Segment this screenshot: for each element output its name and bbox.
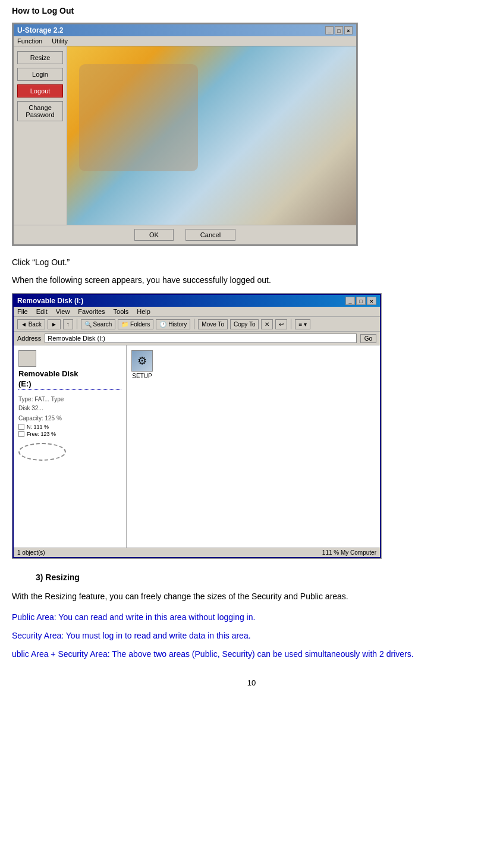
menu-help[interactable]: Help [137, 308, 150, 315]
menu-tools[interactable]: Tools [114, 308, 129, 315]
setup-label: SETUP [132, 373, 152, 379]
used-checkbox [18, 424, 24, 430]
undo-button[interactable]: ↩ [275, 319, 287, 329]
setup-icon-container: ⚙ SETUP [131, 350, 153, 379]
toolbar-separator-1 [77, 319, 77, 329]
maximize-icon[interactable]: □ [335, 26, 343, 34]
explorer-toolbar: ◄ Back ► ↑ 🔍 Search 📁 Folders 🕐 History … [14, 317, 380, 332]
folders-button[interactable]: 📁 Folders [118, 319, 153, 329]
free-label: Free: 123 % [27, 431, 56, 437]
disk-bar-container: N: 111 % Free: 123 % [18, 424, 121, 437]
explorer-body: Removable Disk(E:) Type: FAT... Type Dis… [14, 345, 380, 548]
status-left: 1 object(s) [17, 549, 45, 556]
minimize-icon[interactable]: _ [325, 26, 334, 34]
explorer-titlebar-buttons: _ □ × [345, 297, 376, 305]
ustorage-screenshot-container: U-Storage 2.2 _ □ × Function Utility [12, 23, 491, 248]
ustorage-titlebar: U-Storage 2.2 _ □ × [14, 24, 356, 36]
address-label: Address [17, 335, 41, 342]
explorer-left-panel: Removable Disk(E:) Type: FAT... Type Dis… [14, 345, 127, 548]
ustorage-sidebar: Resize Login Logout Change Password [14, 46, 67, 225]
menu-file[interactable]: File [17, 308, 28, 315]
instruction-screen-appears: When the following screen appears, you h… [12, 275, 491, 285]
views-button[interactable]: ≡ ▾ [295, 319, 310, 329]
disk-bar-row-used: N: 111 % [18, 424, 121, 430]
login-button[interactable]: Login [17, 68, 63, 81]
explorer-right-panel: ⚙ SETUP [127, 345, 380, 548]
explorer-titlebar: Removable Disk (I:) _ □ × [14, 295, 380, 307]
menu-view[interactable]: View [56, 308, 70, 315]
explorer-minimize-icon[interactable]: _ [345, 297, 355, 305]
explorer-window-inner: Removable Disk (I:) _ □ × File Edit View… [12, 294, 381, 558]
toolbar-separator-3 [291, 319, 291, 329]
page-title: How to Log Out [12, 6, 491, 15]
search-button[interactable]: 🔍 Search [81, 319, 115, 329]
status-right: 111 % My Computer [322, 549, 376, 556]
address-input[interactable]: Removable Disk (I:) [45, 334, 356, 343]
section-resizing-heading: 3) Resizing [36, 573, 491, 582]
go-button[interactable]: Go [360, 334, 376, 343]
menu-favorites[interactable]: Favorites [78, 308, 105, 315]
instruction-click-logout: Click “Log Out.” [12, 257, 491, 267]
resize-button[interactable]: Resize [17, 51, 63, 64]
page-number: 10 [12, 678, 491, 687]
ustorage-titlebar-buttons: _ □ × [325, 26, 353, 34]
colored-line-combined: ublic Area + Security Area: The above tw… [12, 648, 491, 661]
drive-stats: Type: FAT... Type Disk 32... [18, 395, 121, 413]
colored-line-public: Public Area: You can read and write in t… [12, 611, 491, 624]
ustorage-title: U-Storage 2.2 [17, 26, 63, 34]
ustorage-main-image [67, 46, 356, 225]
used-label: N: 111 % [27, 424, 49, 430]
drive-name: Removable Disk(E:) [18, 369, 121, 389]
ustorage-content: Resize Login Logout Change Password [14, 46, 356, 225]
page-container: How to Log Out U-Storage 2.2 _ □ × Funct… [12, 6, 491, 687]
forward-button[interactable]: ► [48, 319, 61, 329]
ok-button[interactable]: OK [134, 229, 174, 241]
ustorage-dialog-inner: U-Storage 2.2 _ □ × Function Utility [12, 23, 357, 246]
ustorage-dialog: U-Storage 2.2 _ □ × Function Utility [12, 23, 358, 246]
drive-underline [18, 389, 121, 390]
drive-capacity: Capacity: 125 % [18, 415, 121, 422]
menu-utility[interactable]: Utility [52, 37, 68, 45]
up-button[interactable]: ↑ [63, 319, 73, 329]
explorer-window: Removable Disk (I:) _ □ × File Edit View… [12, 293, 382, 559]
ustorage-bottom-bar: OK Cancel [14, 225, 356, 244]
menu-function[interactable]: Function [17, 37, 42, 45]
disk-usage-ellipse [18, 443, 66, 461]
explorer-screenshot-container: Removable Disk (I:) _ □ × File Edit View… [12, 293, 491, 561]
setup-icon[interactable]: ⚙ [131, 350, 153, 372]
close-icon[interactable]: × [344, 26, 353, 34]
drive-icon [18, 350, 36, 367]
disk-bar-row-free: Free: 123 % [18, 431, 121, 437]
colored-line-security: Security Area: You must log in to read a… [12, 630, 491, 642]
delete-button[interactable]: ✕ [261, 319, 273, 329]
explorer-close-icon[interactable]: × [367, 297, 376, 305]
explorer-addressbar: Address Removable Disk (I:) Go [14, 332, 380, 345]
history-button[interactable]: 🕐 History [156, 319, 190, 329]
explorer-statusbar: 1 object(s) 111 % My Computer [14, 548, 380, 557]
body-paragraph-resizing: With the Resizing feature, you can freel… [12, 590, 491, 603]
explorer-title: Removable Disk (I:) [17, 297, 83, 305]
change-password-button[interactable]: Change Password [17, 101, 63, 121]
free-checkbox [18, 431, 24, 437]
cancel-button[interactable]: Cancel [186, 229, 235, 241]
logout-button[interactable]: Logout [17, 84, 63, 98]
move-to-button[interactable]: Move To [198, 319, 228, 329]
back-button[interactable]: ◄ Back [17, 319, 45, 329]
menu-edit[interactable]: Edit [36, 308, 48, 315]
copy-to-button[interactable]: Copy To [230, 319, 259, 329]
explorer-menubar: File Edit View Favorites Tools Help [14, 307, 380, 317]
toolbar-separator-2 [194, 319, 194, 329]
explorer-maximize-icon[interactable]: □ [356, 297, 366, 305]
ustorage-menubar: Function Utility [14, 36, 356, 46]
